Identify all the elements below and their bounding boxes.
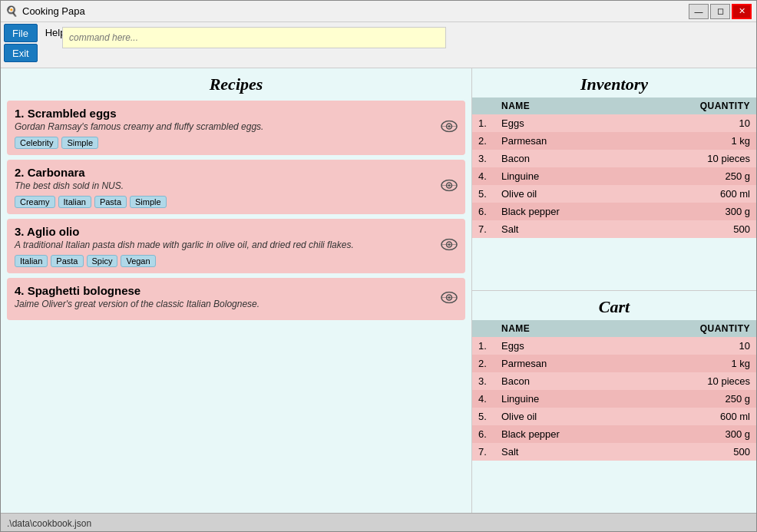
recipe-tag: Vegan xyxy=(121,255,155,267)
menu-bar: File Exit Help xyxy=(1,22,756,68)
recipe-name: 4. Spaghetti bolognese xyxy=(15,284,458,297)
inventory-row-num: 7. xyxy=(472,220,495,238)
inventory-row-name: Parmesan xyxy=(495,132,633,150)
inventory-row: 5. Olive oil 600 ml xyxy=(472,185,756,203)
title-controls: — ◻ ✕ xyxy=(689,4,752,19)
app-icon: 🍳 xyxy=(5,5,18,17)
inventory-row-name: Olive oil xyxy=(495,185,633,203)
cart-col-quantity: QUANTITY xyxy=(633,320,756,337)
main-content: Recipes 1. Scrambled eggsGordan Ramsay's… xyxy=(1,68,756,513)
recipe-tag: Italian xyxy=(58,196,91,208)
cart-table-scroll[interactable]: NAME QUANTITY 1. Eggs 10 2. Parmesan 1 k… xyxy=(472,320,756,513)
inventory-col-num xyxy=(472,97,495,114)
title-left: 🍳 Cooking Papa xyxy=(5,5,85,17)
inventory-row: 4. Linguine 250 g xyxy=(472,167,756,185)
inventory-row: 7. Salt 500 xyxy=(472,220,756,238)
cart-header-row: NAME QUANTITY xyxy=(472,320,756,337)
cart-row-name: Bacon xyxy=(495,372,633,390)
inventory-row: 6. Black pepper 300 g xyxy=(472,203,756,220)
cart-row-num: 6. xyxy=(472,425,495,443)
recipe-eye-icon[interactable] xyxy=(441,238,458,254)
recipe-tag: Simple xyxy=(61,137,98,149)
inventory-row-num: 6. xyxy=(472,203,495,220)
recipe-tag: Spicy xyxy=(87,255,118,267)
inventory-row: 3. Bacon 10 pieces xyxy=(472,150,756,167)
inventory-header-row: NAME QUANTITY xyxy=(472,97,756,114)
recipe-description: Jaime Oliver's great version of the clas… xyxy=(15,299,458,309)
search-input[interactable] xyxy=(62,27,446,48)
inventory-table-scroll[interactable]: NAME QUANTITY 1. Eggs 10 2. Parmesan 1 k… xyxy=(472,97,756,290)
recipe-name: 2. Carbonara xyxy=(15,166,458,179)
recipe-tag: Simple xyxy=(130,196,167,208)
cart-col-name: NAME xyxy=(495,320,633,337)
cart-section: Cart NAME QUANTITY 1. Eggs 10 2. Parmesa… xyxy=(472,291,756,513)
recipe-eye-icon[interactable] xyxy=(441,120,458,136)
cart-row-name: Olive oil xyxy=(495,408,633,425)
inventory-row-name: Eggs xyxy=(495,114,633,132)
title-text: Cooking Papa xyxy=(22,5,85,17)
inventory-section: Inventory NAME QUANTITY 1. Eggs 10 2. Pa… xyxy=(472,68,756,291)
cart-row-quantity: 1 kg xyxy=(633,355,756,372)
inventory-title: Inventory xyxy=(472,68,756,97)
recipe-eye-icon[interactable] xyxy=(441,179,458,195)
recipe-item: 4. Spaghetti bologneseJaime Oliver's gre… xyxy=(7,278,465,320)
recipe-item: 1. Scrambled eggsGordan Ramsay's famous … xyxy=(7,101,465,155)
cart-row-num: 4. xyxy=(472,390,495,408)
status-path: .\data\cookbook.json xyxy=(7,518,91,529)
cart-row-quantity: 300 g xyxy=(633,425,756,443)
recipe-name: 1. Scrambled eggs xyxy=(15,107,458,120)
inventory-body: 1. Eggs 10 2. Parmesan 1 kg 3. Bacon 10 … xyxy=(472,114,756,238)
inventory-row: 2. Parmesan 1 kg xyxy=(472,132,756,150)
recipes-title: Recipes xyxy=(1,68,471,97)
title-bar: 🍳 Cooking Papa — ◻ ✕ xyxy=(1,1,756,22)
cart-row-name: Salt xyxy=(495,443,633,461)
cart-row: 2. Parmesan 1 kg xyxy=(472,355,756,372)
inventory-row-quantity: 600 ml xyxy=(633,185,756,203)
cart-body: 1. Eggs 10 2. Parmesan 1 kg 3. Bacon 10 … xyxy=(472,337,756,461)
cart-row-quantity: 500 xyxy=(633,443,756,461)
inventory-row-name: Bacon xyxy=(495,150,633,167)
search-bar xyxy=(62,27,749,48)
recipes-list: 1. Scrambled eggsGordan Ramsay's famous … xyxy=(1,97,471,513)
cart-row-num: 1. xyxy=(472,337,495,355)
inventory-row-quantity: 500 xyxy=(633,220,756,238)
recipe-item: 3. Aglio olioA traditional Italian pasta… xyxy=(7,219,465,273)
inventory-table: NAME QUANTITY 1. Eggs 10 2. Parmesan 1 k… xyxy=(472,97,756,238)
cart-row: 6. Black pepper 300 g xyxy=(472,425,756,443)
inventory-row-quantity: 250 g xyxy=(633,167,756,185)
exit-menu-item[interactable]: Exit xyxy=(4,44,38,62)
cart-col-num xyxy=(472,320,495,337)
recipe-tag: Pasta xyxy=(94,196,127,208)
recipe-tags: CreamyItalianPastaSimple xyxy=(15,196,458,208)
recipe-item: 2. CarbonaraThe best dish sold in NUS.Cr… xyxy=(7,160,465,214)
inventory-row: 1. Eggs 10 xyxy=(472,114,756,132)
recipe-description: Gordan Ramsay's famous creamy and fluffy… xyxy=(15,121,458,132)
cart-table: NAME QUANTITY 1. Eggs 10 2. Parmesan 1 k… xyxy=(472,320,756,461)
file-menu-item[interactable]: File xyxy=(4,24,38,42)
cart-row-num: 5. xyxy=(472,408,495,425)
recipe-eye-icon[interactable] xyxy=(441,291,458,307)
cart-row: 7. Salt 500 xyxy=(472,443,756,461)
cart-row-num: 3. xyxy=(472,372,495,390)
cart-row-name: Parmesan xyxy=(495,355,633,372)
restore-button[interactable]: ◻ xyxy=(710,4,730,19)
recipe-description: The best dish sold in NUS. xyxy=(15,180,458,191)
inventory-row-quantity: 10 pieces xyxy=(633,150,756,167)
minimize-button[interactable]: — xyxy=(689,4,709,19)
cart-row: 3. Bacon 10 pieces xyxy=(472,372,756,390)
cart-row-quantity: 10 xyxy=(633,337,756,355)
recipes-panel: Recipes 1. Scrambled eggsGordan Ramsay's… xyxy=(1,68,472,513)
inventory-col-quantity: QUANTITY xyxy=(633,97,756,114)
inventory-row-num: 2. xyxy=(472,132,495,150)
inventory-col-name: NAME xyxy=(495,97,633,114)
status-bar: .\data\cookbook.json xyxy=(1,513,756,532)
cart-row-quantity: 250 g xyxy=(633,390,756,408)
cart-row-quantity: 10 pieces xyxy=(633,372,756,390)
inventory-row-quantity: 10 xyxy=(633,114,756,132)
cart-row: 5. Olive oil 600 ml xyxy=(472,408,756,425)
close-button[interactable]: ✕ xyxy=(732,4,752,19)
inventory-row-num: 1. xyxy=(472,114,495,132)
inventory-row-name: Linguine xyxy=(495,167,633,185)
recipe-tag: Creamy xyxy=(15,196,55,208)
cart-title: Cart xyxy=(472,291,756,320)
